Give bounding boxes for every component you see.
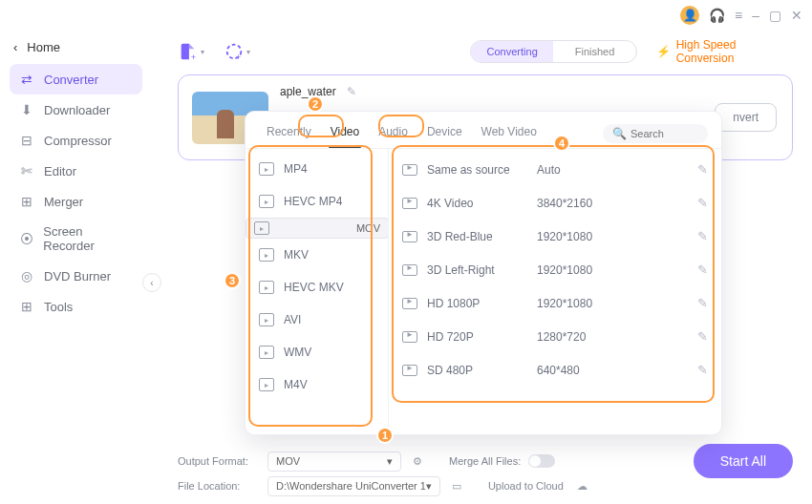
close-button[interactable]: ✕	[791, 8, 802, 23]
callout-3: 3	[224, 272, 241, 289]
search-box[interactable]: 🔍	[603, 124, 708, 143]
status-tabs: Converting Finished	[470, 40, 637, 63]
tab-device[interactable]: Device	[419, 119, 470, 148]
tab-web-video[interactable]: Web Video	[474, 119, 545, 148]
sidebar-item-merger[interactable]: ⊞Merger	[10, 186, 142, 217]
settings-icon[interactable]: ⚙	[413, 455, 422, 468]
output-format-label: Output Format:	[178, 455, 260, 467]
format-icon: ▸	[259, 346, 274, 359]
nav-icon: ⊞	[19, 194, 34, 209]
merge-toggle[interactable]	[528, 454, 555, 468]
format-hevc-mp4[interactable]: ▸HEVC MP4	[246, 185, 388, 218]
tab-audio[interactable]: Audio	[371, 119, 416, 148]
resolution-value: 1920*1080	[537, 297, 697, 310]
sidebar: ‹ Home ⇄Converter⬇Downloader⊟Compressor✄…	[0, 31, 153, 504]
format-icon: ▸	[259, 248, 274, 262]
sidebar-item-converter[interactable]: ⇄Converter	[10, 64, 142, 94]
resolution-row[interactable]: 3D Left-Right1920*1080✎	[389, 253, 721, 286]
tab-video[interactable]: Video	[323, 119, 367, 148]
format-icon: ▸	[259, 313, 274, 326]
format-hevc-mkv[interactable]: ▸HEVC MKV	[246, 271, 388, 304]
callout-2: 2	[307, 95, 324, 113]
footer: Output Format: MOV▾ ⚙ Merge All Files: S…	[178, 445, 793, 498]
nav-icon: ⊟	[19, 133, 34, 148]
format-mkv[interactable]: ▸MKV	[246, 239, 388, 271]
sidebar-item-downloader[interactable]: ⬇Downloader	[10, 94, 142, 125]
convert-button[interactable]: nvert	[715, 103, 777, 132]
resolution-name: HD 1080P	[427, 297, 537, 310]
edit-icon[interactable]: ✎	[697, 329, 708, 344]
chevron-left-icon: ‹	[13, 40, 17, 54]
bolt-icon: ⚡	[656, 45, 671, 58]
resolution-value: 3840*2160	[537, 197, 697, 210]
resolution-name: Same as source	[427, 163, 537, 177]
format-icon: ▸	[259, 162, 274, 176]
nav-label: Converter	[44, 73, 98, 87]
nav-icon: ⬇	[19, 102, 34, 117]
nav-label: Merger	[44, 195, 83, 209]
edit-icon[interactable]: ✎	[697, 229, 708, 243]
tab-finished[interactable]: Finished	[553, 41, 635, 62]
back-label: Home	[27, 40, 60, 54]
format-label: MP4	[284, 162, 308, 176]
resolution-row[interactable]: HD 720P1280*720✎	[389, 320, 721, 353]
resolution-row[interactable]: 4K Video3840*2160✎	[389, 186, 721, 220]
edit-icon[interactable]: ✎	[697, 262, 708, 277]
format-m4v[interactable]: ▸M4V	[246, 368, 388, 401]
edit-icon[interactable]: ✎	[697, 196, 708, 210]
play-icon	[402, 164, 417, 176]
resolution-value: 1280*720	[537, 330, 697, 344]
edit-icon[interactable]: ✎	[697, 162, 708, 177]
resolution-row[interactable]: SD 480P640*480✎	[389, 353, 721, 387]
high-speed-toggle[interactable]: ⚡ High Speed Conversion	[656, 38, 793, 65]
format-icon: ▸	[259, 378, 274, 391]
resolution-row[interactable]: Same as sourceAuto✎	[389, 153, 721, 186]
format-label: AVI	[284, 313, 301, 326]
output-format-select[interactable]: MOV▾	[267, 452, 401, 472]
play-icon	[402, 365, 417, 376]
format-mp4[interactable]: ▸MP4	[246, 153, 388, 185]
format-popup: RecentlyVideoAudioDeviceWeb Video 🔍 ▸MP4…	[245, 111, 722, 435]
avatar[interactable]: 👤	[680, 6, 699, 25]
sidebar-item-compressor[interactable]: ⊟Compressor	[10, 125, 142, 156]
resolution-row[interactable]: HD 1080P1920*1080✎	[389, 286, 721, 320]
format-avi[interactable]: ▸AVI	[246, 304, 388, 336]
file-location-select[interactable]: D:\Wondershare UniConverter 1▾	[267, 476, 440, 496]
folder-icon[interactable]: ▭	[452, 480, 461, 493]
tab-recently[interactable]: Recently	[259, 119, 319, 148]
nav-label: Tools	[44, 300, 73, 314]
format-label: MOV	[356, 222, 380, 234]
collapse-sidebar-button[interactable]: ‹	[142, 273, 161, 292]
rename-icon[interactable]: ✎	[347, 85, 356, 98]
sidebar-item-tools[interactable]: ⊞Tools	[10, 291, 142, 322]
edit-icon[interactable]: ✎	[697, 363, 708, 377]
maximize-button[interactable]: ▢	[769, 8, 781, 23]
resolution-value: 1920*1080	[537, 263, 697, 277]
chevron-down-icon: ▾	[426, 480, 432, 493]
minimize-button[interactable]: –	[752, 8, 759, 23]
callout-1: 1	[376, 427, 394, 444]
add-files-button[interactable]: + ▾	[178, 41, 204, 62]
titlebar: 👤 🎧 ≡ – ▢ ✕	[0, 0, 812, 31]
add-url-button[interactable]: + ▾	[224, 41, 250, 62]
format-mov[interactable]: ▸MOV	[246, 218, 389, 239]
popup-tabs: RecentlyVideoAudioDeviceWeb Video 🔍	[246, 112, 721, 149]
sidebar-item-editor[interactable]: ✄Editor	[10, 156, 142, 186]
search-input[interactable]	[630, 128, 697, 139]
sidebar-item-dvd-burner[interactable]: ◎DVD Burner	[10, 261, 142, 291]
resolution-name: 3D Left-Right	[427, 263, 537, 277]
nav-label: Downloader	[44, 103, 110, 117]
cloud-icon[interactable]: ☁	[577, 480, 588, 493]
tab-converting[interactable]: Converting	[471, 41, 553, 62]
format-wmv[interactable]: ▸WMV	[246, 336, 388, 368]
support-icon[interactable]: 🎧	[709, 8, 725, 23]
edit-icon[interactable]: ✎	[697, 296, 708, 310]
sidebar-item-screen-recorder[interactable]: ⦿Screen Recorder	[10, 217, 142, 261]
output-format-value: MOV	[276, 455, 300, 467]
start-all-button[interactable]: Start All	[694, 444, 793, 478]
menu-icon[interactable]: ≡	[735, 8, 742, 23]
hsc-label: High Speed Conversion	[676, 38, 793, 65]
back-home[interactable]: ‹ Home	[10, 36, 142, 58]
format-label: M4V	[284, 378, 308, 391]
resolution-row[interactable]: 3D Red-Blue1920*1080✎	[389, 220, 721, 253]
